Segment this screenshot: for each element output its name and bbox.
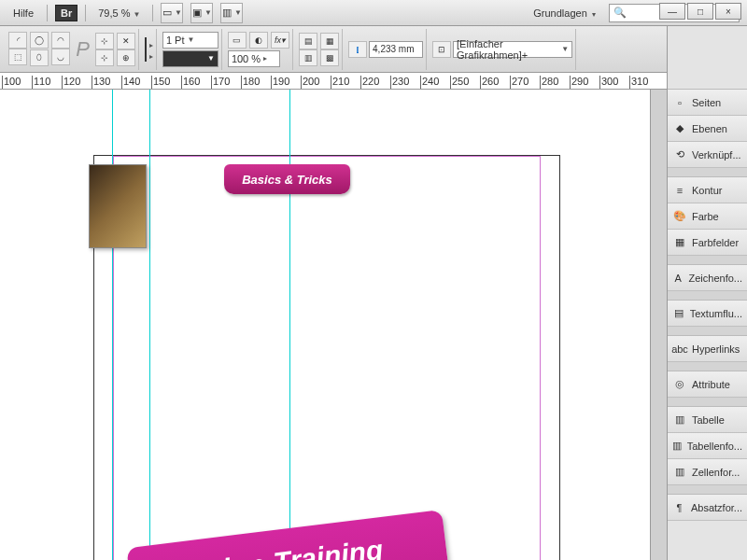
close-button[interactable]: × xyxy=(715,3,741,20)
tool-icon[interactable]: ⊹ xyxy=(95,33,114,49)
panel-icon: ≡ xyxy=(672,183,687,198)
tool-icon[interactable]: ◠ xyxy=(51,32,70,49)
paragraph-icon[interactable]: P xyxy=(72,37,93,62)
zoom-level[interactable]: 79,5 %▼ xyxy=(93,5,145,21)
panel-label: Farbe xyxy=(692,211,719,222)
wrap-icon[interactable]: ▤ xyxy=(299,33,317,49)
tool-icon[interactable]: ⊕ xyxy=(117,49,135,66)
stroke-swatch[interactable] xyxy=(145,49,147,62)
help-menu[interactable]: Hilfe xyxy=(7,6,39,21)
panel-zellenfor[interactable]: ▥Zellenfor... xyxy=(668,459,747,485)
tool-icon[interactable]: ◐ xyxy=(249,32,268,49)
panel-icon: ◆ xyxy=(672,121,687,136)
panel-dock: ▫Seiten◆Ebenen⟲Verknüpf...≡Kontur🎨Farbe▦… xyxy=(667,26,747,560)
screen-mode-icon[interactable]: ▣▼ xyxy=(190,3,213,23)
panel-icon: abc xyxy=(672,342,687,357)
panel-icon: A xyxy=(672,271,684,286)
measure-icon[interactable]: ⫿ xyxy=(348,41,367,58)
panel-zeichenfo[interactable]: AZeichenfo... xyxy=(668,265,747,291)
tool-icon[interactable]: ✕ xyxy=(117,33,135,49)
wrap-icon[interactable]: ▦ xyxy=(320,33,339,49)
arrange-icon[interactable]: ▥▼ xyxy=(220,3,243,23)
panel-icon: ▥ xyxy=(672,413,687,427)
panel-label: Kontur xyxy=(692,185,722,196)
bridge-button[interactable]: Br xyxy=(55,5,78,21)
tool-icon[interactable]: ◯ xyxy=(30,32,49,49)
panel-icon: ¶ xyxy=(672,500,686,515)
image-frame[interactable] xyxy=(89,164,147,248)
panel-label: Ebenen xyxy=(692,123,727,134)
panel-label: Absatzfor... xyxy=(691,502,742,513)
panel-icon: ▥ xyxy=(672,465,687,480)
stroke-style[interactable]: ▼ xyxy=(162,50,218,67)
maximize-button[interactable]: □ xyxy=(687,3,713,20)
opacity-input[interactable]: 100 % ▸ xyxy=(228,50,280,67)
panel-label: Zeichenfo... xyxy=(689,273,742,284)
panel-label: Attribute xyxy=(692,379,730,390)
panel-farbe[interactable]: 🎨Farbe xyxy=(668,203,747,230)
margin-guides xyxy=(113,156,541,560)
guide[interactable] xyxy=(112,90,113,560)
panel-icon: ▤ xyxy=(672,306,685,321)
workspace-switcher[interactable]: Grundlagen ▾ xyxy=(528,6,601,21)
panel-label: Textumflu... xyxy=(690,308,742,319)
panel-icon: ▦ xyxy=(672,235,687,250)
tool-icon[interactable]: ◡ xyxy=(51,49,70,65)
panel-icon: 🎨 xyxy=(672,209,687,224)
panel-label: Verknüpf... xyxy=(692,149,741,161)
panel-tabelle[interactable]: ▥Tabelle xyxy=(668,407,747,433)
panel-label: Hyperlinks xyxy=(692,343,740,355)
stroke-weight[interactable]: 1 Pt ▼ xyxy=(162,32,218,49)
page xyxy=(93,155,560,560)
menu-bar: Hilfe Br 79,5 %▼ ▭▼ ▣▼ ▥▼ Grundlagen ▾ 🔍… xyxy=(0,0,747,26)
frame-icon[interactable]: ⊡ xyxy=(432,41,451,58)
panel-seiten[interactable]: ▫Seiten xyxy=(668,90,747,116)
panel-verknpf[interactable]: ⟲Verknüpf... xyxy=(668,142,747,168)
guide[interactable] xyxy=(149,90,150,560)
tool-icon[interactable]: ⬯ xyxy=(30,49,49,66)
panel-attribute[interactable]: ◎Attribute xyxy=(668,371,747,398)
panel-collapse-strip[interactable] xyxy=(650,90,667,560)
object-style[interactable]: [Einfacher Grafikrahmen]+▼ xyxy=(453,41,572,58)
panel-icon: ▥ xyxy=(672,439,683,454)
minimize-button[interactable]: — xyxy=(659,3,685,20)
tool-icon[interactable]: ⬚ xyxy=(8,49,27,65)
document-canvas[interactable]: Basics & Tricks InDesign-Training 12 h V… xyxy=(0,90,667,560)
view-options-icon[interactable]: ▭▼ xyxy=(161,3,183,23)
control-bar: ◜ ◯ ◠ ⬚ ⬯ ◡ P ⊹ ✕ ⊹ ⊕ ▸ ▸ 1 Pt ▼ ▼ ▭ ◐ f… xyxy=(0,26,747,73)
tool-icon[interactable]: ⊹ xyxy=(95,49,114,66)
panel-icon: ▫ xyxy=(672,95,687,110)
size-input[interactable]: 4,233 mm xyxy=(369,41,423,58)
panel-label: Farbfelder xyxy=(692,237,739,248)
panel-absatzfor[interactable]: ¶Absatzfor... xyxy=(668,495,747,521)
tool-icon[interactable]: ▭ xyxy=(228,32,247,49)
horizontal-ruler: 1001101201301401501601701801902002102202… xyxy=(0,73,747,90)
panel-icon: ◎ xyxy=(672,377,687,392)
tab-graphic[interactable]: Basics & Tricks xyxy=(224,164,350,194)
panel-label: Tabellenfo... xyxy=(687,441,742,452)
guide[interactable] xyxy=(289,90,290,560)
panel-icon: ⟲ xyxy=(672,147,687,162)
panel-farbfelder[interactable]: ▦Farbfelder xyxy=(668,230,747,256)
wrap-icon[interactable]: ▥ xyxy=(299,49,317,66)
wrap-icon[interactable]: ▩ xyxy=(320,49,339,66)
panel-ebenen[interactable]: ◆Ebenen xyxy=(668,116,747,142)
panel-kontur[interactable]: ≡Kontur xyxy=(668,177,747,203)
fx-icon[interactable]: fx▾ xyxy=(271,32,289,49)
panel-hyperlinks[interactable]: abcHyperlinks xyxy=(668,336,747,362)
panel-tabellenfo[interactable]: ▥Tabellenfo... xyxy=(668,433,747,459)
panel-label: Tabelle xyxy=(692,414,725,426)
panel-textumflu[interactable]: ▤Textumflu... xyxy=(668,301,747,327)
panel-label: Zellenfor... xyxy=(692,467,740,478)
tool-icon[interactable]: ◜ xyxy=(8,32,27,49)
panel-label: Seiten xyxy=(692,97,721,108)
